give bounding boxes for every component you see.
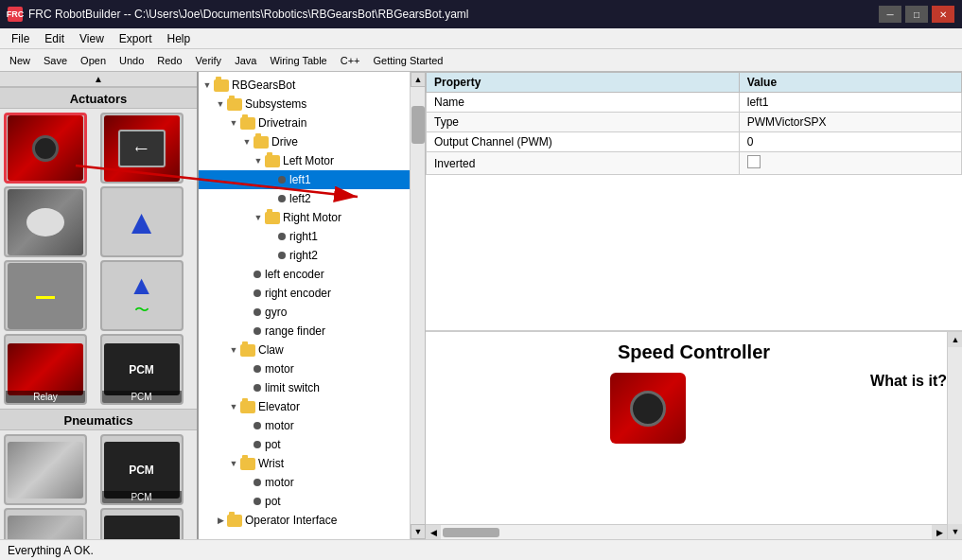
palette-item-pcm1[interactable]: PCM PCM	[100, 334, 184, 405]
info-panel: Speed Controller What is it? ▲ ▼ ◀ ▶	[426, 331, 962, 539]
cpp-button[interactable]: C++	[335, 53, 366, 68]
info-scroll-up-btn[interactable]: ▲	[948, 332, 962, 347]
tree-scroll-thumb[interactable]	[411, 106, 425, 144]
expand-leftenc: ·	[240, 268, 254, 281]
prop-channel-value[interactable]: 0	[739, 132, 961, 152]
expand-opinterface[interactable]: ▶	[214, 514, 227, 527]
inverted-checkbox[interactable]	[747, 155, 761, 168]
expand-wrist[interactable]: ▼	[227, 457, 240, 470]
tree-node-leftmotor[interactable]: ▼ Left Motor	[199, 151, 410, 170]
tree-node-elevator-motor[interactable]: · motor	[199, 416, 410, 435]
palette-scroll-up[interactable]: ▲	[0, 72, 197, 87]
open-button[interactable]: Open	[75, 53, 112, 68]
palette-item-relay[interactable]: Relay	[4, 334, 87, 405]
tree-scroll-up-btn[interactable]: ▲	[411, 72, 426, 87]
tree-label-elevator: Elevator	[258, 400, 300, 413]
palette-item-pneumatic2[interactable]: Relay	[4, 508, 87, 539]
info-scroll-right-btn[interactable]: ▶	[932, 525, 947, 539]
properties-panel: Property Value Name left1 Type PWMVictor…	[426, 72, 962, 331]
tree-scroll-track[interactable]	[411, 87, 425, 524]
tree-node-limitswitch[interactable]: · limit switch	[199, 378, 410, 397]
palette-item-pneumatic1[interactable]	[4, 434, 87, 505]
h-scrollbar-thumb[interactable]	[443, 528, 499, 537]
prop-name-value[interactable]: left1	[739, 93, 961, 113]
expand-rightenc: ·	[240, 287, 254, 300]
tree-node-elevator[interactable]: ▼ Elevator	[199, 397, 410, 416]
tree-node-rangefinder[interactable]: · range finder	[199, 322, 410, 341]
palette-item-motor2[interactable]: ⟵	[100, 113, 184, 184]
tree-node-wrist[interactable]: ▼ Wrist	[199, 454, 410, 473]
menu-help[interactable]: Help	[160, 30, 199, 47]
tree-node-left1[interactable]: · left1	[199, 170, 410, 189]
bullet-left2	[278, 195, 286, 202]
menu-edit[interactable]: Edit	[37, 30, 72, 47]
property-column-header: Property	[427, 73, 740, 93]
palette-item-motor1[interactable]	[4, 113, 87, 184]
verify-button[interactable]: Verify	[190, 53, 228, 68]
folder-icon-elevator	[240, 401, 255, 413]
tree-node-root[interactable]: ▼ RBGearsBot	[199, 76, 410, 95]
expand-rightmotor[interactable]: ▼	[252, 211, 265, 224]
tree-label-left1: left1	[289, 173, 311, 186]
tree-label-root: RBGearsBot	[232, 79, 295, 92]
tree-node-subsystems[interactable]: ▼ Subsystems	[199, 95, 410, 114]
tree-label-wrist: Wrist	[258, 457, 284, 470]
tree-node-rightenc[interactable]: · right encoder	[199, 284, 410, 303]
info-scroll-down-btn[interactable]: ▼	[948, 524, 962, 539]
expand-wrist-motor: ·	[240, 476, 254, 489]
expand-rangefinder: ·	[240, 324, 254, 338]
expand-drive[interactable]: ▼	[240, 135, 254, 149]
save-button[interactable]: Save	[38, 53, 73, 68]
palette-item-pcm2[interactable]: PCM PCM	[100, 434, 184, 505]
menu-file[interactable]: File	[4, 30, 37, 47]
tree-scroll-down-btn[interactable]: ▼	[411, 524, 426, 539]
undo-button[interactable]: Undo	[114, 53, 149, 68]
tree-scrollbar[interactable]: ▲ ▼	[410, 72, 425, 539]
tree-node-opinterface[interactable]: ▶ Operator Interface	[199, 511, 410, 530]
close-button[interactable]: ✕	[932, 6, 954, 23]
tree-node-right1[interactable]: · right1	[199, 227, 410, 246]
palette-item-pcm3[interactable]: PCM PCM	[100, 508, 184, 539]
palette-item-blue-arrow2[interactable]: ▲ 〜	[100, 260, 184, 331]
info-scrollbar-vertical[interactable]: ▲ ▼	[947, 332, 962, 539]
expand-root[interactable]: ▼	[201, 79, 214, 92]
info-scrollbar-horizontal[interactable]: ◀ ▶	[426, 524, 947, 539]
new-button[interactable]: New	[4, 53, 36, 68]
tree-node-gyro[interactable]: · gyro	[199, 303, 410, 322]
expand-subsystems[interactable]: ▼	[214, 97, 227, 111]
pneumatics-title: Pneumatics	[0, 409, 197, 430]
palette-item-servo[interactable]	[4, 186, 87, 257]
menu-export[interactable]: Export	[112, 30, 160, 47]
info-scroll-track[interactable]	[948, 347, 962, 524]
tree-node-right2[interactable]: · right2	[199, 246, 410, 265]
table-row: Name left1	[427, 93, 962, 113]
minimize-button[interactable]: ─	[879, 6, 901, 23]
tree-node-elevator-pot[interactable]: · pot	[199, 435, 410, 454]
redo-button[interactable]: Redo	[151, 53, 187, 68]
tree-node-claw[interactable]: ▼ Claw	[199, 341, 410, 359]
menubar: File Edit View Export Help	[0, 28, 962, 49]
tree-label-leftmotor: Left Motor	[283, 154, 334, 167]
expand-elevator[interactable]: ▼	[227, 400, 240, 413]
menu-view[interactable]: View	[72, 30, 112, 47]
expand-leftmotor[interactable]: ▼	[252, 154, 265, 167]
palette-item-blue-arrow[interactable]: ▲	[100, 186, 184, 257]
expand-drivetrain[interactable]: ▼	[227, 116, 240, 130]
tree-node-left2[interactable]: · left2	[199, 189, 410, 208]
getting-started-button[interactable]: Getting Started	[368, 53, 449, 68]
tree-node-claw-motor[interactable]: · motor	[199, 359, 410, 378]
palette-item-encoder[interactable]: ▬▬	[4, 260, 87, 331]
tree-node-wrist-pot[interactable]: · pot	[199, 492, 410, 511]
maximize-button[interactable]: □	[905, 6, 928, 23]
tree-node-leftenc[interactable]: · left encoder	[199, 265, 410, 284]
prop-inverted-value[interactable]	[739, 152, 961, 175]
info-scroll-left-btn[interactable]: ◀	[426, 525, 441, 539]
tree-node-wrist-motor[interactable]: · motor	[199, 473, 410, 492]
java-button[interactable]: Java	[229, 53, 262, 68]
tree-node-rightmotor[interactable]: ▼ Right Motor	[199, 208, 410, 227]
tree-node-drive[interactable]: ▼ Drive	[199, 132, 410, 151]
tree-node-drivetrain[interactable]: ▼ Drivetrain	[199, 114, 410, 132]
bullet-right2	[278, 252, 286, 259]
expand-claw[interactable]: ▼	[227, 343, 240, 357]
wiring-table-button[interactable]: Wiring Table	[264, 53, 332, 68]
